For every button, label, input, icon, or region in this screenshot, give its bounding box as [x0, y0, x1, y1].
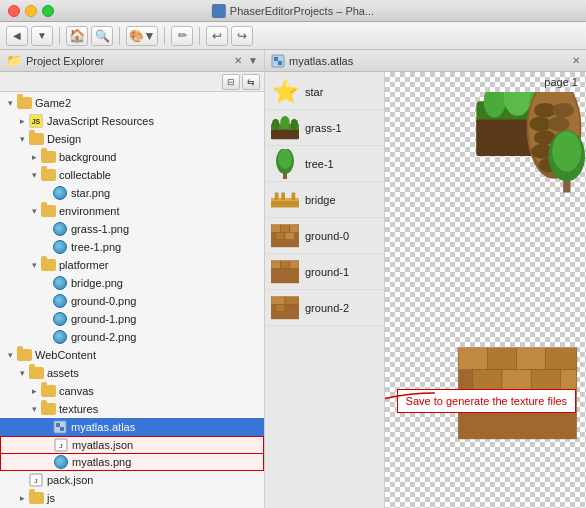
project-tree: ▾ Game2 ▸ JS JavaScript Resources ▾ Desi… — [0, 92, 264, 508]
tree-label-star-png: star.png — [71, 187, 110, 199]
tree-item-textures[interactable]: ▾ textures — [0, 400, 264, 418]
tree-label-grass-1-png: grass-1.png — [71, 223, 129, 235]
tree-item-myatlas-atlas[interactable]: ▸ myatlas.atlas — [0, 418, 264, 436]
tree-item-design[interactable]: ▾ Design — [0, 130, 264, 148]
toolbar-redo-btn[interactable]: ↪ — [231, 26, 253, 46]
svg-rect-9 — [278, 61, 282, 65]
tree-label-ground-2-png: ground-2.png — [71, 331, 136, 343]
svg-text:J: J — [59, 443, 62, 449]
tree-item-myatlas-json[interactable]: ▸ J myatlas.json — [0, 436, 264, 454]
tree-item-js[interactable]: ▸ js — [0, 489, 264, 507]
maximize-button[interactable] — [42, 5, 54, 17]
tree-label-bridge-png: bridge.png — [71, 277, 123, 289]
sprite-item-ground-1[interactable]: ground-1 — [265, 254, 384, 290]
tree-item-myatlas-png[interactable]: ▸ myatlas.png — [0, 453, 264, 471]
close-button[interactable] — [8, 5, 20, 17]
tree-item-ground-1-png[interactable]: ▸ ground-1.png — [0, 310, 264, 328]
sprite-item-grass-1[interactable]: grass-1 — [265, 110, 384, 146]
tree-icon-js — [28, 490, 44, 506]
sprite-thumb-tree-1 — [271, 150, 299, 178]
tree-item-ground-2-png[interactable]: ▸ ground-2.png — [0, 328, 264, 346]
tree-item-collectable[interactable]: ▾ collectable — [0, 166, 264, 184]
tree-icon-webcontent — [16, 347, 32, 363]
tree-arrow-platformer: ▾ — [28, 260, 40, 270]
tree-icon-bridge — [52, 275, 68, 291]
tree-item-environment[interactable]: ▾ environment — [0, 202, 264, 220]
svg-rect-60 — [546, 348, 577, 370]
svg-rect-58 — [487, 348, 516, 370]
sprite-item-ground-2[interactable]: ground-2 — [265, 290, 384, 326]
svg-rect-28 — [285, 232, 294, 239]
atlas-close-icon[interactable]: ✕ — [572, 55, 580, 66]
tree-item-star-png[interactable]: ▸ star.png — [0, 184, 264, 202]
tree-item-background[interactable]: ▸ background — [0, 148, 264, 166]
tree-arrow-canvas: ▸ — [28, 386, 40, 396]
sprite-item-bridge[interactable]: bridge — [265, 182, 384, 218]
tree-item-webcontent[interactable]: ▾ WebContent — [0, 346, 264, 364]
tree-icon-design — [28, 131, 44, 147]
tree-item-platformer[interactable]: ▾ platformer — [0, 256, 264, 274]
atlas-tab-icon — [271, 54, 285, 68]
collapse-all-btn[interactable]: ⊟ — [222, 74, 240, 90]
toolbar-back-btn[interactable]: ◀ — [6, 26, 28, 46]
tree-item-bridge-png[interactable]: ▸ bridge.png — [0, 274, 264, 292]
minimize-button[interactable] — [25, 5, 37, 17]
toolbar-pencil-btn[interactable]: ✏ — [171, 26, 193, 46]
tree-arrow-design: ▾ — [16, 134, 28, 144]
sprite-item-ground-0[interactable]: ground-0 — [265, 218, 384, 254]
tree-arrow-environment: ▾ — [28, 206, 40, 216]
sprite-thumb-ground-2 — [271, 294, 299, 322]
tree-label-environment: environment — [59, 205, 120, 217]
tree-arrow-js-resources: ▸ — [16, 116, 28, 126]
callout-text: Save to generate the texture files — [406, 395, 567, 407]
toolbar-palette-btn[interactable]: 🎨▼ — [126, 26, 158, 46]
tree-label-textures: textures — [59, 403, 98, 415]
main-toolbar: ◀ ▼ 🏠 🔍 🎨▼ ✏ ↩ ↪ — [0, 22, 586, 50]
svg-rect-21 — [281, 192, 285, 199]
tree-label-pack-json: pack.json — [47, 474, 93, 486]
tree-icon-game2 — [16, 95, 32, 111]
toolbar-undo-btn[interactable]: ↩ — [206, 26, 228, 46]
sprite-name-grass-1: grass-1 — [305, 122, 342, 134]
tree-item-assets[interactable]: ▾ assets — [0, 364, 264, 382]
sprite-thumb-bridge — [271, 186, 299, 214]
tree-arrow-js: ▸ — [16, 493, 28, 503]
atlas-editor-title: myatlas.atlas — [289, 55, 568, 67]
svg-point-12 — [272, 118, 279, 129]
atlas-svg — [385, 92, 586, 508]
tree-item-canvas[interactable]: ▸ canvas — [0, 382, 264, 400]
sprite-item-tree-1[interactable]: tree-1 — [265, 146, 384, 182]
tree-item-js-resources[interactable]: ▸ JS JavaScript Resources — [0, 112, 264, 130]
svg-point-55 — [552, 131, 581, 171]
tree-item-grass-1-png[interactable]: ▸ grass-1.png — [0, 220, 264, 238]
svg-rect-25 — [280, 224, 289, 231]
tree-item-pack-json[interactable]: ▸ J pack.json — [0, 471, 264, 489]
atlas-editor-header: myatlas.atlas ✕ — [265, 50, 586, 72]
atlas-content: ⭐ star grass-1 — [265, 72, 586, 508]
atlas-page-view: page 1 — [385, 72, 586, 508]
panel-close-icon[interactable]: ✕ — [234, 55, 242, 66]
tree-arrow-textures: ▾ — [28, 404, 40, 414]
tree-item-tree-1-png[interactable]: ▸ tree-1.png — [0, 238, 264, 256]
toolbar-search-btn[interactable]: 🔍 — [91, 26, 113, 46]
tree-icon-canvas — [40, 383, 56, 399]
link-editor-btn[interactable]: ⇆ — [242, 74, 260, 90]
svg-rect-27 — [276, 232, 285, 239]
project-explorer-panel: 📁 Project Explorer ✕ ▼ ⊟ ⇆ ▾ Game2 ▸ JS … — [0, 50, 265, 508]
panel-menu-icon[interactable]: ▼ — [248, 55, 258, 66]
tree-icon-platformer — [40, 257, 56, 273]
toolbar-nav-btn[interactable]: ▼ — [31, 26, 53, 46]
tree-label-collectable: collectable — [59, 169, 111, 181]
svg-point-14 — [291, 118, 298, 129]
svg-text:J: J — [34, 478, 37, 484]
tree-label-myatlas-png: myatlas.png — [72, 456, 131, 468]
svg-rect-1 — [56, 423, 60, 427]
tree-item-ground-0-png[interactable]: ▸ ground-0.png — [0, 292, 264, 310]
tree-item-game2[interactable]: ▾ Game2 — [0, 94, 264, 112]
sprite-name-ground-2: ground-2 — [305, 302, 349, 314]
sprite-item-star[interactable]: ⭐ star — [265, 74, 384, 110]
svg-rect-20 — [275, 192, 279, 199]
tree-arrow-collectable: ▾ — [28, 170, 40, 180]
toolbar-home-btn[interactable]: 🏠 — [66, 26, 88, 46]
window-title: PhaserEditorProjects – Pha... — [212, 4, 374, 18]
